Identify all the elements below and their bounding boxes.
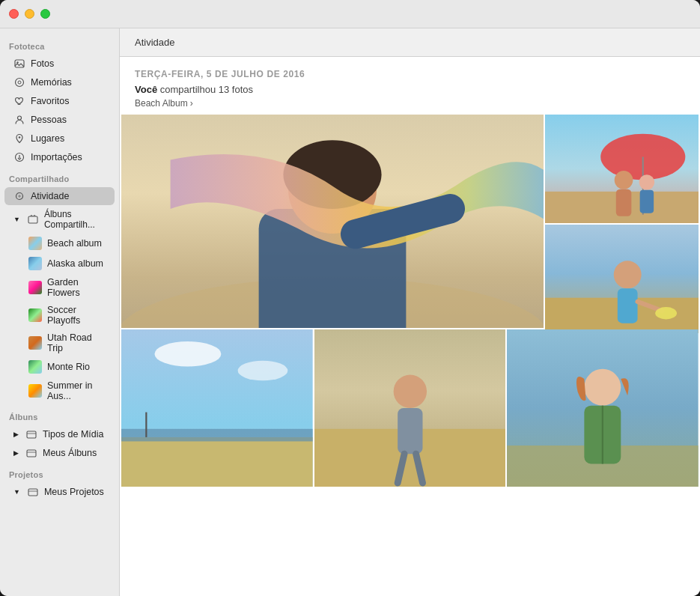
favorites-icon	[13, 95, 25, 107]
svg-rect-8	[27, 431, 36, 438]
sidebar-label-lugares: Lugares	[31, 133, 64, 144]
svg-point-2	[16, 79, 24, 87]
beach-album-thumb	[28, 237, 42, 250]
sidebar-item-favoritos[interactable]: Favoritos	[4, 92, 115, 110]
sidebar-item-meus-albuns[interactable]: ▶ Meus Álbuns	[4, 444, 115, 462]
beach-album-link[interactable]: Beach Album ›	[135, 98, 685, 109]
svg-rect-7	[28, 216, 37, 223]
sidebar-item-memorias[interactable]: Memórias	[4, 73, 115, 91]
alaska-album-thumb	[28, 257, 42, 270]
people-icon	[13, 114, 25, 126]
collapse-arrow-icon: ▼	[13, 216, 20, 223]
collapse-meus-icon: ▶	[13, 449, 19, 457]
activity-date: TERÇA-FEIRA, 5 DE JULHO DE 2016	[135, 69, 685, 79]
svg-point-30	[655, 307, 677, 319]
section-label-albuns: Álbuns	[0, 405, 119, 425]
sidebar-label-fotos: Fotos	[31, 58, 54, 69]
sidebar-item-alaska-album[interactable]: Alaska album	[4, 254, 115, 273]
svg-rect-22	[616, 189, 632, 216]
collapse-tipos-icon: ▶	[13, 431, 19, 438]
sidebar-label-beach-album: Beach album	[47, 238, 102, 249]
sidebar-label-pessoas: Pessoas	[31, 115, 67, 125]
svg-rect-0	[15, 60, 24, 67]
photo-row-top	[121, 115, 699, 328]
traffic-lights	[9, 9, 50, 19]
photo-frisbee[interactable]	[545, 225, 699, 333]
sidebar-label-soccer-playoffs: Soccer Playoffs	[47, 305, 106, 326]
content-panel: Atividade TERÇA-FEIRA, 5 DE JULHO DE 201…	[120, 28, 700, 596]
photo-boy-walking[interactable]	[314, 329, 506, 487]
media-types-icon	[25, 428, 37, 440]
summer-album-thumb	[28, 384, 42, 398]
section-label-compartilhado: Compartilhado	[0, 167, 119, 186]
svg-point-36	[238, 361, 288, 381]
places-icon	[13, 133, 25, 145]
svg-point-21	[615, 171, 633, 189]
activity-header: Atividade	[120, 28, 700, 57]
shared-albums-icon	[27, 213, 39, 225]
activity-entry: Você compartilhou 13 fotos	[135, 84, 685, 95]
photo-girl-green[interactable]	[507, 329, 699, 487]
activity-header-title: Atividade	[135, 37, 174, 48]
sidebar-item-monte-rio[interactable]: Monte Rio	[4, 357, 115, 377]
sidebar-item-pessoas[interactable]: Pessoas	[4, 111, 115, 129]
svg-rect-28	[618, 288, 638, 323]
photo-main-girl[interactable]	[121, 115, 544, 328]
minimize-button[interactable]	[25, 9, 34, 19]
svg-rect-10	[28, 489, 37, 496]
svg-point-1	[16, 61, 18, 63]
sidebar-label-favoritos: Favoritos	[31, 96, 69, 106]
titlebar	[0, 0, 700, 28]
activity-feed[interactable]: TERÇA-FEIRA, 5 DE JULHO DE 2016 Você com…	[120, 57, 700, 596]
activity-icon	[13, 190, 25, 202]
sidebar-label-garden-flowers: Garden Flowers	[47, 277, 106, 298]
sidebar-item-utah-road-trip[interactable]: Utah Road Trip	[4, 329, 115, 356]
sidebar-item-meus-projetos[interactable]: ▼ Meus Projetos	[4, 483, 115, 501]
my-albums-icon	[25, 447, 37, 459]
section-label-fototeca: Fototeca	[0, 34, 119, 54]
sidebar-label-summer-in-aus: Summer in Aus...	[47, 380, 106, 401]
monte-album-thumb	[28, 360, 42, 374]
sidebar-item-soccer-playoffs[interactable]: Soccer Playoffs	[4, 302, 115, 329]
svg-point-4	[18, 116, 22, 120]
sidebar: Fototeca Fotos M	[0, 28, 120, 596]
section-label-projetos: Projetos	[0, 463, 119, 482]
activity-entry-text: compartilhou 13 fotos	[157, 84, 253, 95]
svg-point-39	[393, 375, 426, 408]
svg-rect-32	[121, 437, 313, 487]
sidebar-item-beach-album[interactable]: Beach album	[4, 234, 115, 253]
sidebar-label-atividade: Atividade	[31, 191, 69, 201]
svg-point-5	[19, 136, 21, 139]
svg-rect-40	[398, 408, 422, 454]
memories-icon	[13, 76, 25, 88]
svg-point-27	[614, 261, 642, 288]
soccer-album-thumb	[28, 308, 42, 322]
activity-entry-bold: Você	[135, 84, 157, 95]
sidebar-item-summer-in-aus[interactable]: Summer in Aus...	[4, 377, 115, 404]
sidebar-item-atividade[interactable]: Atividade	[4, 187, 115, 205]
photo-umbrella[interactable]	[545, 115, 699, 223]
sidebar-item-lugares[interactable]: Lugares	[4, 130, 115, 148]
sidebar-item-tipos-de-midia[interactable]: ▶ Tipos de Mídia	[4, 425, 115, 443]
activity-date-section: TERÇA-FEIRA, 5 DE JULHO DE 2016 Você com…	[120, 57, 700, 115]
sidebar-item-fotos[interactable]: Fotos	[4, 55, 115, 73]
sidebar-item-importacoes[interactable]: Importações	[4, 148, 115, 166]
photo-beach-sky[interactable]	[121, 329, 313, 487]
maximize-button[interactable]	[40, 9, 50, 19]
sidebar-label-memorias: Memórias	[31, 77, 72, 88]
sidebar-label-meus-albuns: Meus Álbuns	[43, 448, 97, 458]
sidebar-label-alaska-album: Alaska album	[47, 258, 103, 269]
sidebar-item-garden-flowers[interactable]: Garden Flowers	[4, 274, 115, 301]
sidebar-label-monte-rio: Monte Rio	[47, 362, 90, 372]
beach-album-link-text: Beach Album	[135, 98, 188, 109]
beach-album-chevron: ›	[190, 98, 193, 109]
svg-point-23	[639, 174, 655, 190]
my-projects-icon	[27, 486, 39, 498]
imports-icon	[13, 151, 25, 163]
sidebar-label-utah-road-trip: Utah Road Trip	[47, 332, 106, 353]
photo-grid-container	[120, 115, 700, 488]
close-button[interactable]	[9, 9, 19, 19]
svg-point-35	[154, 341, 221, 366]
svg-rect-33	[121, 429, 313, 442]
sidebar-item-albuns-compartilhados[interactable]: ▼ Álbuns Compartilh...	[4, 206, 115, 233]
